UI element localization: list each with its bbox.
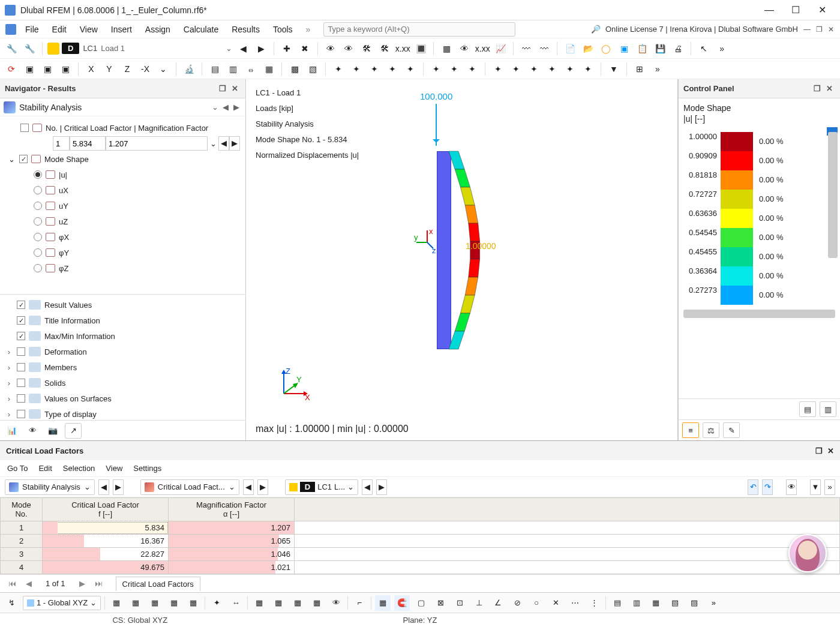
- coord-system-dropdown[interactable]: 1 - Global XYZ ⌄: [23, 596, 101, 610]
- prev-page-button[interactable]: ◀: [23, 579, 35, 588]
- menu-more[interactable]: »: [300, 22, 317, 37]
- eye-icon[interactable]: 👁: [786, 479, 797, 495]
- clf-analysis-dropdown[interactable]: Stability Analysis ⌄: [5, 479, 95, 495]
- collapse-icon[interactable]: ⌄: [7, 155, 16, 164]
- prev-button[interactable]: ◀: [98, 479, 109, 495]
- snap-icon[interactable]: ⋯: [567, 595, 583, 611]
- checkbox[interactable]: [17, 347, 25, 356]
- star-icon[interactable]: ✦: [385, 61, 400, 77]
- checkbox[interactable]: [20, 124, 29, 132]
- cell-f[interactable]: 5.834: [43, 521, 169, 535]
- scrollbar[interactable]: [828, 132, 838, 258]
- cell-alpha[interactable]: 1.207: [169, 521, 295, 535]
- tab-eye-icon[interactable]: 👁: [24, 423, 41, 439]
- more-icon[interactable]: »: [824, 479, 835, 495]
- new-icon[interactable]: 📄: [562, 41, 578, 56]
- sync-icon[interactable]: ↶: [748, 479, 758, 495]
- last-page-button[interactable]: ⏭: [93, 579, 105, 588]
- close-icon[interactable]: ✕: [827, 446, 834, 455]
- star-icon[interactable]: ✦: [349, 61, 364, 77]
- loadcase-selector[interactable]: D LC1 Load 1 ⌄: [62, 43, 233, 54]
- axis-x-icon[interactable]: X: [83, 61, 99, 77]
- snap-icon[interactable]: ⊠: [433, 595, 448, 611]
- tool-icon[interactable]: x.xx: [475, 41, 490, 56]
- snap-icon[interactable]: ⊘: [509, 595, 525, 611]
- cell-alpha[interactable]: 1.046: [169, 548, 295, 561]
- sb-icon[interactable]: ▦: [309, 595, 325, 611]
- cell-f[interactable]: 22.827: [43, 548, 169, 561]
- tool-icon[interactable]: x.xx: [395, 41, 410, 56]
- sb-icon[interactable]: 👁: [328, 595, 344, 611]
- tool-icon[interactable]: 👁: [341, 41, 356, 56]
- sb-icon[interactable]: ▥: [629, 595, 644, 611]
- input-no[interactable]: [53, 136, 70, 151]
- star-icon[interactable]: ✦: [331, 61, 346, 77]
- more-icon[interactable]: »: [714, 41, 730, 56]
- axis-more-icon[interactable]: ⌄: [155, 61, 171, 77]
- snap-icon[interactable]: ✕: [548, 595, 563, 611]
- radio[interactable]: [34, 170, 42, 179]
- close-icon[interactable]: ✕: [229, 84, 241, 93]
- close-button[interactable]: ✕: [809, 1, 835, 19]
- snap-icon[interactable]: ○: [529, 595, 544, 611]
- sb-icon[interactable]: ▦: [290, 595, 305, 611]
- sb-icon[interactable]: ✦: [209, 595, 224, 611]
- star-icon[interactable]: ✦: [464, 61, 480, 77]
- microscope-icon[interactable]: 🔬: [181, 61, 197, 77]
- mesh-icon[interactable]: ▧: [305, 61, 320, 77]
- radio[interactable]: [34, 248, 42, 257]
- sb-icon[interactable]: ▦: [166, 595, 182, 611]
- mdi-minimize-button[interactable]: —: [802, 25, 812, 34]
- snap-icon[interactable]: 🧲: [394, 595, 410, 611]
- radio[interactable]: [34, 233, 42, 241]
- menu-results[interactable]: Results: [226, 22, 266, 37]
- expand-icon[interactable]: ›: [5, 379, 13, 388]
- snap-icon[interactable]: ⋮: [586, 595, 602, 611]
- close-icon[interactable]: ✕: [823, 84, 835, 93]
- sb-icon[interactable]: ▦: [648, 595, 664, 611]
- cell-f[interactable]: 16.367: [43, 535, 169, 548]
- mesh-icon[interactable]: ▩: [287, 61, 302, 77]
- radio[interactable]: [34, 202, 42, 210]
- sb-icon[interactable]: ▦: [128, 595, 143, 611]
- checkbox[interactable]: [17, 363, 25, 371]
- balance-icon[interactable]: ⚖: [703, 422, 719, 438]
- input-alpha[interactable]: [106, 136, 208, 151]
- cursor-icon[interactable]: ↖: [696, 41, 712, 56]
- tool-icon[interactable]: 📈: [493, 41, 508, 56]
- cell-f[interactable]: 49.675: [43, 561, 169, 574]
- chevron-down-icon[interactable]: ⌄: [209, 103, 220, 112]
- snap-icon[interactable]: ∠: [490, 595, 506, 611]
- dock-icon[interactable]: ❐: [811, 84, 823, 93]
- menu-insert[interactable]: Insert: [105, 22, 138, 37]
- star-icon[interactable]: ✦: [403, 61, 418, 77]
- checkbox[interactable]: [17, 316, 25, 325]
- sb-icon[interactable]: ▦: [271, 595, 286, 611]
- support-icon[interactable]: ⏛: [243, 61, 259, 77]
- star-icon[interactable]: ✦: [580, 61, 596, 77]
- star-icon[interactable]: ✦: [367, 61, 382, 77]
- filter-icon[interactable]: ▼: [606, 61, 622, 77]
- next-button[interactable]: ▶: [113, 479, 124, 495]
- render-icon[interactable]: ▦: [261, 61, 277, 77]
- refresh-icon[interactable]: ⟳: [4, 61, 19, 77]
- snap-icon[interactable]: ▦: [375, 595, 391, 611]
- clf-menu-settings[interactable]: Settings: [133, 464, 161, 473]
- menu-edit[interactable]: Edit: [46, 22, 73, 37]
- prev-button[interactable]: ◀: [362, 479, 373, 495]
- cube-icon[interactable]: ▣: [22, 61, 37, 77]
- prev-button[interactable]: ◀: [243, 479, 254, 495]
- snap-icon[interactable]: ⊡: [452, 595, 467, 611]
- sb-icon[interactable]: ▦: [251, 595, 267, 611]
- mdi-restore-button[interactable]: ❐: [814, 25, 824, 34]
- save-icon[interactable]: 💾: [652, 41, 668, 56]
- checkbox[interactable]: [19, 155, 28, 163]
- minimize-button[interactable]: —: [756, 1, 782, 19]
- tool-icon[interactable]: 〰: [518, 41, 534, 56]
- app-menu-icon[interactable]: [4, 24, 18, 35]
- next-page-button[interactable]: ▶: [76, 579, 88, 588]
- next-lc-button[interactable]: ▶: [253, 41, 269, 56]
- sb-icon[interactable]: ▨: [686, 595, 702, 611]
- more-icon[interactable]: »: [650, 61, 665, 77]
- prev-button[interactable]: ◀: [220, 103, 231, 112]
